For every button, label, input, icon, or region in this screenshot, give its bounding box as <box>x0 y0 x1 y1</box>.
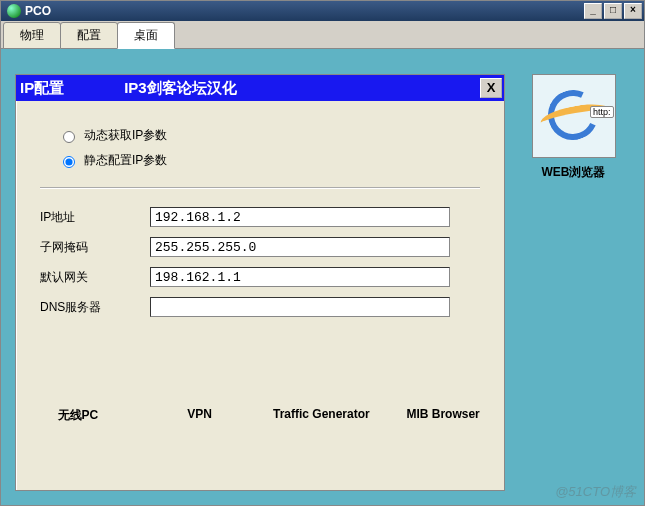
dialog-title-1: IP配置 <box>20 79 64 98</box>
tab-desktop[interactable]: 桌面 <box>117 22 175 49</box>
wireless-pc-icon[interactable]: 无线PC <box>23 407 133 424</box>
radio-static-row[interactable]: 静态配置IP参数 <box>58 152 480 169</box>
app-window: PCO _ □ × 物理 配置 桌面 IP配置 IP3剑客论坛汉化 X 动态获取… <box>0 0 645 506</box>
tab-config[interactable]: 配置 <box>60 22 118 49</box>
gateway-input[interactable] <box>150 267 450 287</box>
minimize-button[interactable]: _ <box>584 3 602 19</box>
mask-input[interactable] <box>150 237 450 257</box>
vpn-icon[interactable]: VPN <box>145 407 255 424</box>
app-icon <box>7 4 21 18</box>
gateway-label: 默认网关 <box>40 269 150 286</box>
web-browser-label: WEB浏览器 <box>529 164 619 181</box>
browser-icon-box: http: <box>532 74 616 158</box>
bottom-icon-row: 无线PC VPN Traffic Generator MIB Browser <box>17 407 504 424</box>
tab-bar: 物理 配置 桌面 <box>1 21 644 49</box>
mask-label: 子网掩码 <box>40 239 150 256</box>
radio-dhcp-label: 动态获取IP参数 <box>84 127 167 144</box>
radio-dhcp-row[interactable]: 动态获取IP参数 <box>58 127 480 144</box>
http-tag: http: <box>590 106 614 118</box>
divider <box>40 187 480 189</box>
maximize-button[interactable]: □ <box>604 3 622 19</box>
tab-physical[interactable]: 物理 <box>3 22 61 49</box>
web-browser-icon[interactable]: http: WEB浏览器 <box>529 74 619 181</box>
titlebar[interactable]: PCO _ □ × <box>1 1 644 21</box>
mib-browser-icon[interactable]: MIB Browser <box>388 407 498 424</box>
radio-static[interactable] <box>63 156 75 168</box>
ie-icon: http: <box>546 88 602 144</box>
ip-input[interactable] <box>150 207 450 227</box>
dns-label: DNS服务器 <box>40 299 150 316</box>
traffic-generator-icon[interactable]: Traffic Generator <box>266 407 376 424</box>
dialog-titlebar[interactable]: IP配置 IP3剑客论坛汉化 X <box>16 75 504 101</box>
ip-label: IP地址 <box>40 209 150 226</box>
desktop-icons: http: WEB浏览器 <box>517 74 630 491</box>
close-button[interactable]: × <box>624 3 642 19</box>
radio-dhcp[interactable] <box>63 131 75 143</box>
dialog-close-button[interactable]: X <box>480 78 502 98</box>
workspace: IP配置 IP3剑客论坛汉化 X 动态获取IP参数 静态配置IP参数 IP地址 <box>1 49 644 505</box>
dns-input[interactable] <box>150 297 450 317</box>
window-title: PCO <box>25 4 584 18</box>
dialog-title-2: IP3剑客论坛汉化 <box>124 79 237 98</box>
radio-static-label: 静态配置IP参数 <box>84 152 167 169</box>
ip-config-dialog: IP配置 IP3剑客论坛汉化 X 动态获取IP参数 静态配置IP参数 IP地址 <box>15 74 505 491</box>
